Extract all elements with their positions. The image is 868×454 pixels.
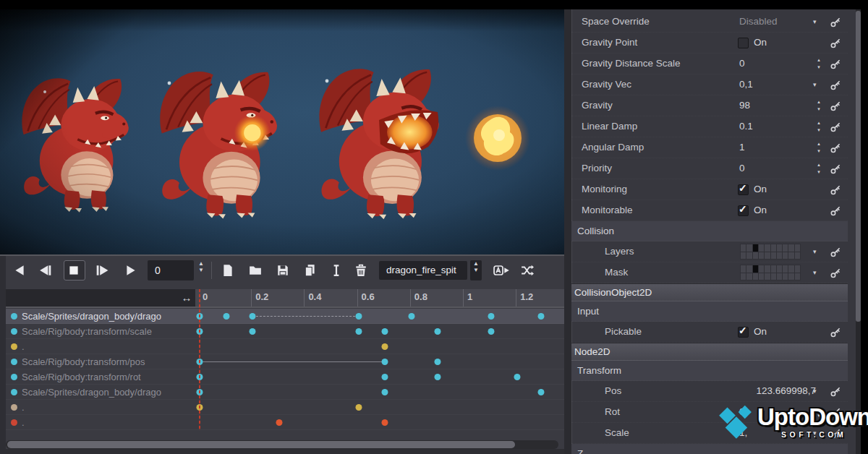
play-backwards-button[interactable] (10, 261, 29, 280)
inspector-row-scale[interactable]: Scale1,▾ (571, 423, 848, 444)
layer-cell[interactable] (783, 265, 788, 273)
inspector-vscrollbar[interactable] (856, 9, 861, 454)
inspector-row-monitorable[interactable]: Monitorable✓On (571, 200, 848, 221)
keyframe[interactable] (382, 343, 388, 350)
property-checkbox[interactable]: ✓ (738, 205, 749, 216)
layer-cell[interactable] (783, 252, 788, 260)
layer-cell[interactable] (788, 244, 793, 252)
inspector-row-linear-damp[interactable]: Linear Damp0.1▴▾ (571, 116, 848, 137)
keying-icon[interactable] (830, 100, 841, 111)
layer-cell[interactable] (753, 273, 758, 280)
inspector-row-layers[interactable]: Layers▾ (571, 241, 848, 262)
keying-icon[interactable] (830, 59, 841, 69)
property-value[interactable]: 0 (739, 58, 745, 69)
keyframe[interactable] (276, 419, 282, 426)
inspector-row-pickable[interactable]: Pickable✓On (571, 322, 848, 343)
keyframe[interactable] (435, 328, 441, 335)
inspector-row-mask[interactable]: Mask▾ (571, 262, 848, 283)
layer-cell[interactable] (759, 244, 764, 252)
dropdown-arrow-icon[interactable]: ▾ (813, 429, 817, 437)
rename-animation-button[interactable] (327, 261, 346, 280)
animation-select-spinner[interactable]: ▲▼ (470, 260, 482, 280)
value-spinner[interactable]: ▴▾ (814, 56, 823, 71)
timeline-hscrollbar-thumb[interactable] (7, 441, 515, 448)
layer-cell[interactable] (746, 273, 752, 280)
stop-button[interactable] (64, 260, 85, 280)
layer-cell[interactable] (777, 265, 782, 273)
layer-cell[interactable] (795, 273, 800, 280)
property-value[interactable]: 1 (739, 142, 745, 153)
play-button[interactable] (122, 261, 140, 280)
layer-cell[interactable] (783, 244, 788, 252)
keying-icon[interactable] (830, 428, 841, 439)
value-spinner[interactable]: ▴▾ (814, 98, 823, 113)
layer-cell[interactable] (783, 273, 788, 280)
inspector-row-collision[interactable]: Collision (571, 221, 848, 241)
play-backwards-from-end-button[interactable] (36, 261, 55, 280)
inspector-row-collisionobject2d[interactable]: CollisionObject2D (571, 283, 848, 301)
play-from-start-button[interactable] (93, 261, 111, 280)
inspector-row-z[interactable]: Z (571, 444, 848, 454)
inspector-row-angular-damp[interactable]: Angular Damp1▴▾ (571, 137, 848, 158)
layer-cell[interactable] (777, 273, 782, 280)
layer-cell[interactable] (741, 252, 746, 260)
track-row-6[interactable]: Scale/Sprites/dragon_body/drago (6, 385, 564, 400)
layer-cell[interactable] (753, 244, 758, 252)
dropdown-arrow-icon[interactable]: ▾ (813, 248, 817, 255)
layer-cell[interactable] (765, 273, 770, 280)
property-value[interactable]: 1, (739, 427, 747, 438)
layer-cell[interactable] (741, 273, 746, 280)
layer-cell[interactable] (759, 265, 764, 273)
keyframe[interactable] (355, 404, 362, 411)
inspector-row-input[interactable]: Input (571, 301, 848, 322)
keying-icon[interactable] (830, 407, 841, 418)
inspector-row-space-override[interactable]: Space OverrideDisabled▾ (571, 12, 848, 33)
keyframe[interactable] (355, 328, 362, 335)
layer-cell[interactable] (777, 252, 782, 260)
dropdown-arrow-icon[interactable]: ▾ (813, 387, 817, 395)
layer-cell[interactable] (771, 265, 776, 273)
delete-animation-button[interactable] (352, 261, 370, 280)
keyframe[interactable] (250, 313, 256, 320)
dropdown-arrow-icon[interactable]: ▾ (813, 81, 817, 88)
inspector-row-priority[interactable]: Priority0▴▾ (571, 158, 848, 179)
value-spinner[interactable]: ▴▾ (814, 405, 823, 419)
load-animation-button[interactable] (246, 261, 265, 280)
keyframe[interactable] (382, 419, 388, 426)
layer-cell[interactable] (741, 244, 746, 252)
keying-icon[interactable] (830, 205, 841, 216)
layer-cell[interactable] (771, 244, 776, 252)
property-value[interactable]: 0 (739, 406, 745, 417)
track-row-2[interactable]: Scale/Rig/body:transform/scale (6, 324, 564, 339)
keyframe[interactable] (355, 313, 362, 320)
layer-cell[interactable] (753, 252, 758, 260)
layer-cell[interactable] (746, 265, 752, 273)
dropdown-arrow-icon[interactable]: ▾ (813, 18, 817, 25)
keyframe[interactable] (382, 374, 388, 380)
property-checkbox[interactable] (738, 38, 749, 48)
value-spinner[interactable]: ▴▾ (814, 161, 823, 176)
inspector-vscrollbar-thumb[interactable] (856, 11, 861, 322)
duplicate-animation-button[interactable] (301, 261, 320, 280)
keying-icon[interactable] (830, 184, 841, 195)
layer-cell[interactable] (741, 265, 746, 273)
keyframe[interactable] (538, 313, 545, 320)
keyframe[interactable] (538, 389, 545, 395)
save-animation-button[interactable] (273, 261, 292, 280)
inspector-row-gravity-vec[interactable]: Gravity Vec0,1▾ (571, 74, 848, 95)
layer-cell[interactable] (765, 265, 770, 273)
layer-cell[interactable] (795, 265, 800, 273)
keyframe[interactable] (250, 328, 256, 335)
layer-cell[interactable] (777, 244, 782, 252)
property-checkbox[interactable]: ✓ (738, 327, 749, 338)
dropdown-arrow-icon[interactable]: ▾ (813, 269, 817, 276)
keying-icon[interactable] (830, 142, 841, 153)
autoplay-on-load-button[interactable] (490, 261, 512, 280)
position-spinner[interactable]: ▲▼ (195, 260, 207, 280)
track-row-4[interactable]: Scale/Rig/body:transform/pos (6, 354, 564, 369)
track-row-1[interactable]: Scale/Sprites/dragon_body/drago (6, 309, 564, 324)
layer-cell[interactable] (788, 265, 793, 273)
layer-cell[interactable] (746, 252, 752, 260)
keying-icon[interactable] (830, 267, 841, 278)
property-value[interactable]: 0.1 (739, 121, 753, 132)
